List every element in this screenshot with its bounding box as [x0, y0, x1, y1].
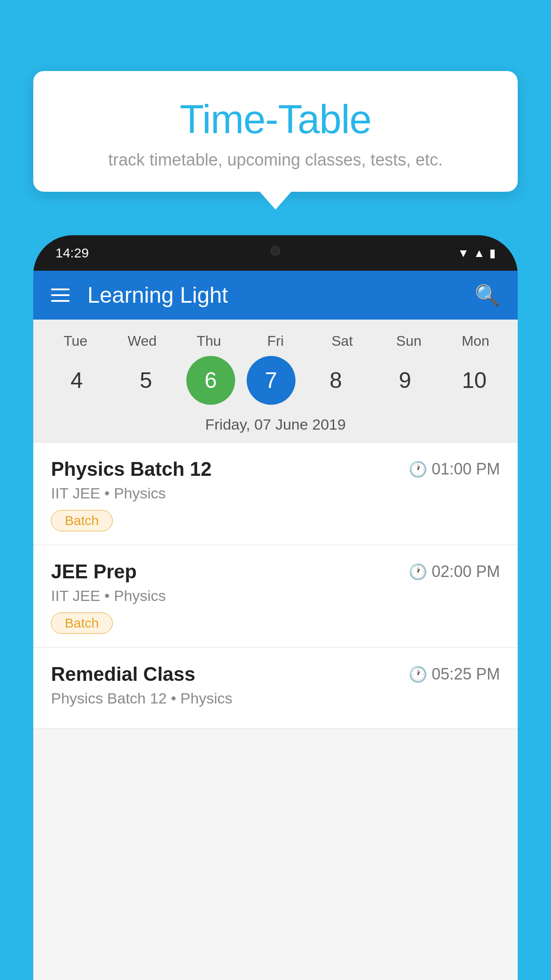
schedule-item-1[interactable]: Physics Batch 12 🕐 01:00 PM IIT JEE • Ph…	[33, 443, 518, 545]
date-4[interactable]: 4	[48, 356, 106, 405]
battery-icon: ▮	[489, 246, 496, 260]
status-bar: 14:29 ▼ ▲ ▮	[33, 235, 518, 271]
schedule-item-1-title: Physics Batch 12	[51, 458, 212, 480]
menu-line-3	[51, 300, 70, 302]
day-fri[interactable]: Fri	[247, 333, 304, 349]
date-10[interactable]: 10	[445, 356, 503, 405]
menu-button[interactable]	[51, 288, 70, 302]
day-wed[interactable]: Wed	[113, 333, 171, 349]
schedule-list: Physics Batch 12 🕐 01:00 PM IIT JEE • Ph…	[33, 443, 518, 729]
schedule-item-2-title: JEE Prep	[51, 561, 137, 583]
date-6-today[interactable]: 6	[186, 356, 235, 405]
phone-frame: 14:29 ▼ ▲ ▮ Learning Light 🔍 Tue Wed	[33, 235, 518, 980]
clock-icon-3: 🕐	[409, 665, 427, 683]
status-time: 14:29	[55, 245, 89, 261]
schedule-item-3-header: Remedial Class 🕐 05:25 PM	[51, 663, 500, 685]
clock-icon-2: 🕐	[409, 563, 427, 581]
status-icons: ▼ ▲ ▮	[458, 246, 496, 260]
phone-notch	[231, 235, 320, 266]
day-mon[interactable]: Mon	[447, 333, 504, 349]
schedule-item-1-header: Physics Batch 12 🕐 01:00 PM	[51, 458, 500, 480]
app-title: Learning Light	[87, 282, 475, 308]
schedule-item-3[interactable]: Remedial Class 🕐 05:25 PM Physics Batch …	[33, 648, 518, 729]
day-sat[interactable]: Sat	[313, 333, 371, 349]
day-thu[interactable]: Thu	[180, 333, 238, 349]
menu-line-1	[51, 288, 70, 290]
dates-row: 4 5 6 7 8 9 10	[33, 352, 518, 411]
date-9[interactable]: 9	[376, 356, 434, 405]
tooltip-card: Time-Table track timetable, upcoming cla…	[33, 71, 518, 192]
app-bar: Learning Light 🔍	[33, 271, 518, 320]
schedule-item-2-header: JEE Prep 🕐 02:00 PM	[51, 561, 500, 583]
time-value-3: 05:25 PM	[432, 665, 500, 684]
schedule-item-1-time: 🕐 01:00 PM	[409, 460, 500, 478]
schedule-item-2[interactable]: JEE Prep 🕐 02:00 PM IIT JEE • Physics Ba…	[33, 545, 518, 648]
schedule-item-2-time: 🕐 02:00 PM	[409, 562, 500, 581]
time-value-1: 01:00 PM	[432, 460, 500, 478]
day-sun[interactable]: Sun	[380, 333, 438, 349]
time-value-2: 02:00 PM	[432, 562, 500, 581]
signal-icon: ▲	[473, 246, 485, 260]
schedule-item-3-subtitle: Physics Batch 12 • Physics	[51, 690, 500, 707]
days-of-week-row: Tue Wed Thu Fri Sat Sun Mon	[33, 328, 518, 352]
selected-date-label: Friday, 07 June 2019	[33, 411, 518, 443]
menu-line-2	[51, 294, 70, 296]
date-5[interactable]: 5	[117, 356, 175, 405]
batch-tag-2: Batch	[51, 612, 113, 634]
schedule-item-2-subtitle: IIT JEE • Physics	[51, 587, 500, 605]
tooltip-subtitle: track timetable, upcoming classes, tests…	[55, 150, 496, 170]
phone-screen: Learning Light 🔍 Tue Wed Thu Fri Sat Sun…	[33, 271, 518, 980]
search-button[interactable]: 🔍	[475, 283, 500, 307]
schedule-item-1-subtitle: IIT JEE • Physics	[51, 485, 500, 502]
tooltip-title: Time-Table	[55, 98, 496, 142]
camera	[271, 246, 280, 256]
wifi-icon: ▼	[458, 246, 469, 260]
schedule-item-3-time: 🕐 05:25 PM	[409, 665, 500, 684]
batch-tag-1: Batch	[51, 510, 113, 531]
date-8[interactable]: 8	[307, 356, 365, 405]
day-tue[interactable]: Tue	[47, 333, 104, 349]
calendar-section: Tue Wed Thu Fri Sat Sun Mon 4 5 6 7 8 9 …	[33, 320, 518, 443]
date-7-selected[interactable]: 7	[247, 356, 295, 405]
schedule-item-3-title: Remedial Class	[51, 663, 195, 685]
clock-icon-1: 🕐	[409, 460, 427, 478]
